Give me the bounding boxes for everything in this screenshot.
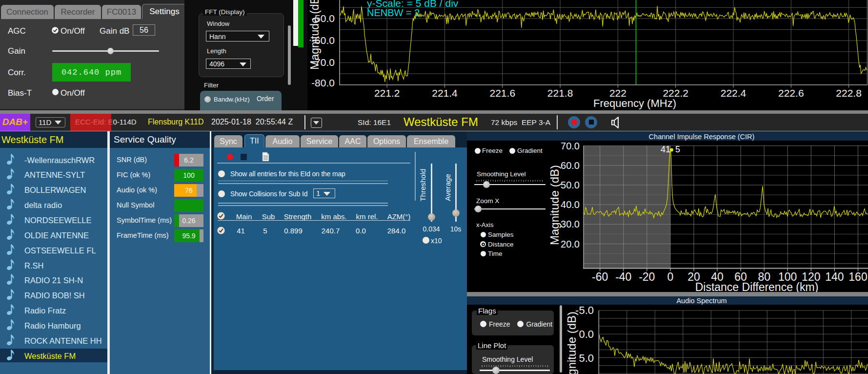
svg-text:221.8: 221.8 <box>547 87 573 99</box>
svg-text:-80.0: -80.0 <box>311 77 335 88</box>
svg-text:221.2: 221.2 <box>374 87 400 99</box>
svg-text:0.0: 0.0 <box>579 328 594 340</box>
svg-text:Magnitude (dB): Magnitude (dB) <box>565 312 578 374</box>
svg-text:Frequency (MHz): Frequency (MHz) <box>593 97 676 109</box>
svg-text:222.4: 222.4 <box>721 87 747 99</box>
svg-text:221.4: 221.4 <box>432 87 458 99</box>
svg-text:221.6: 221.6 <box>490 87 516 99</box>
svg-text:222.6: 222.6 <box>778 87 804 99</box>
svg-text:222.8: 222.8 <box>836 87 862 99</box>
svg-text:5.0: 5.0 <box>579 352 594 364</box>
svg-text:NENBW = 2: NENBW = 2 <box>367 7 420 18</box>
svg-text:Magnitude (dB): Magnitude (dB) <box>308 0 321 70</box>
